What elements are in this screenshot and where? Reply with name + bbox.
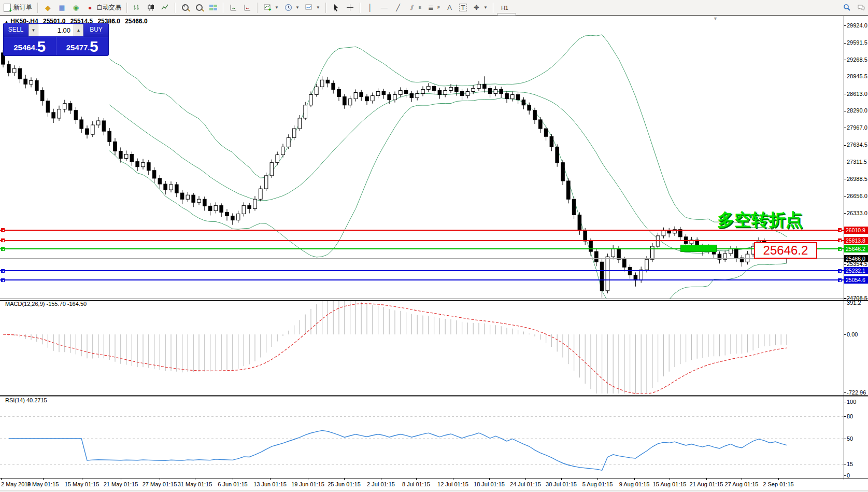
price-callout-box[interactable]: 25646.2 <box>754 242 817 259</box>
line-handle[interactable] <box>1 228 5 232</box>
cursor-tool-button[interactable] <box>329 2 343 13</box>
bullish-candle <box>662 231 665 236</box>
indicators-button[interactable]: ▼ <box>302 2 323 13</box>
annotation-text[interactable]: 多空转折点 <box>717 208 803 232</box>
bearish-candle <box>483 84 487 88</box>
auto-trading-label: 自动交易 <box>96 3 121 12</box>
search-button[interactable] <box>840 2 854 13</box>
buy-button[interactable]: BUY <box>84 23 108 37</box>
price-line-tag: 25646.2 <box>844 245 868 252</box>
rsi-axis-tick <box>844 465 846 465</box>
label-tool-icon: T <box>459 4 467 11</box>
channel-tool[interactable]: ⫽E <box>405 2 424 13</box>
time-axis-tick <box>308 478 308 480</box>
new-chart-button[interactable]: +▼ <box>261 2 281 13</box>
auto-trading-button[interactable]: ● 自动交易 <box>83 2 124 13</box>
vertical-line-tool[interactable]: │ <box>363 2 377 13</box>
macd-axis-label: 391.2 <box>847 300 861 306</box>
line-handle[interactable] <box>1 278 5 282</box>
dropdown-caret-icon: ▼ <box>316 5 320 10</box>
sell-price[interactable]: 25464.5 <box>4 37 56 55</box>
price-callout-value: 25646.2 <box>763 243 808 258</box>
text-tool[interactable]: A <box>443 2 457 13</box>
bar-chart-button[interactable] <box>130 2 144 13</box>
price-line[interactable] <box>0 279 844 280</box>
line-handle[interactable] <box>1 247 5 251</box>
sell-button[interactable]: SELL <box>4 23 28 37</box>
candlestick-button[interactable] <box>144 2 158 13</box>
chart-shift-button[interactable] <box>240 2 254 13</box>
price-line[interactable] <box>0 248 844 249</box>
pane-divider[interactable] <box>0 395 868 396</box>
new-order-button[interactable]: + 新订单 <box>0 2 35 13</box>
bearish-candle <box>528 105 531 110</box>
label-tool[interactable]: T <box>457 3 469 12</box>
line-handle[interactable] <box>838 269 842 273</box>
spin-down-icon: ▼ <box>32 28 36 33</box>
bullish-candle <box>639 270 643 280</box>
time-axis-tick <box>742 478 742 480</box>
line-handle[interactable] <box>1 269 5 273</box>
buy-price[interactable]: 25477.5 <box>56 37 109 55</box>
zoom-out-button[interactable] <box>192 2 206 13</box>
time-axis-tick <box>706 478 707 480</box>
crosshair-tool-button[interactable] <box>343 2 357 13</box>
volume-input[interactable] <box>38 24 74 36</box>
line-handle[interactable] <box>838 238 842 242</box>
bearish-candle <box>192 195 195 202</box>
rsi-pane-canvas[interactable] <box>0 397 844 478</box>
bullish-candle <box>444 90 447 94</box>
auto-scroll-button[interactable] <box>226 2 240 13</box>
price-line-tag: 25813.8 <box>844 237 868 244</box>
zoom-in-icon <box>181 3 190 12</box>
fibonacci-tool[interactable]: ≣F <box>424 2 443 13</box>
volume-increase-button[interactable]: ▲ <box>74 24 83 36</box>
bullish-candle <box>494 89 497 93</box>
macd-pane-canvas[interactable] <box>0 300 844 395</box>
line-handle[interactable] <box>838 228 842 232</box>
tile-windows-button[interactable] <box>206 2 220 13</box>
line-handle[interactable] <box>1 238 5 242</box>
terminal-button[interactable]: ▦ <box>55 2 69 13</box>
price-line[interactable] <box>0 240 844 241</box>
time-axis-label: 25 Jun 01:15 <box>328 481 361 487</box>
price-line[interactable] <box>0 270 844 271</box>
bearish-candle <box>24 79 27 84</box>
timeframe-button-h1[interactable]: H1 <box>497 3 516 13</box>
bearish-candle <box>337 89 341 96</box>
signals-button[interactable]: ◉ <box>69 2 83 13</box>
time-axis-label: 31 May 01:15 <box>178 481 212 487</box>
trendline-tool[interactable]: ╱ <box>391 2 405 13</box>
bullish-candle <box>315 87 319 94</box>
toolbar-separator <box>175 3 176 13</box>
bearish-candle <box>152 171 156 178</box>
periods-button[interactable]: ▼ <box>281 2 302 13</box>
toolbar-separator <box>257 3 258 13</box>
auto-trading-icon: ● <box>86 3 94 12</box>
bearish-candle <box>561 163 565 181</box>
bearish-candle <box>108 131 111 142</box>
time-axis[interactable]: 2 May 20198 May 01:1515 May 01:1521 May … <box>0 480 868 490</box>
profile-button[interactable]: ◆ <box>41 2 55 13</box>
line-chart-button[interactable] <box>158 2 172 13</box>
time-axis-label: 8 May 01:15 <box>27 481 59 487</box>
dropdown-caret-icon: ▼ <box>483 5 488 10</box>
timeframe-button-m30[interactable]: M30 <box>497 0 516 3</box>
bearish-candle <box>7 64 11 73</box>
bearish-candle <box>158 178 162 184</box>
pane-divider[interactable] <box>0 299 868 299</box>
main-chart-canvas[interactable] <box>0 16 844 299</box>
chat-button[interactable] <box>854 2 868 13</box>
horizontal-line-tool[interactable]: — <box>377 2 391 13</box>
zoom-in-button[interactable] <box>178 2 192 13</box>
line-handle[interactable] <box>838 247 842 251</box>
time-axis-tick <box>195 478 195 480</box>
volume-decrease-button[interactable]: ▼ <box>29 24 38 36</box>
chart-shift-marker-icon[interactable]: ▼ <box>713 16 718 21</box>
arrows-tool[interactable]: ✥▼ <box>469 2 490 13</box>
price-axis-label: 29591.5 <box>847 39 867 46</box>
highlight-rectangle[interactable] <box>680 245 717 252</box>
line-handle[interactable] <box>838 278 842 282</box>
bearish-candle <box>735 249 738 258</box>
bearish-candle <box>164 184 167 190</box>
